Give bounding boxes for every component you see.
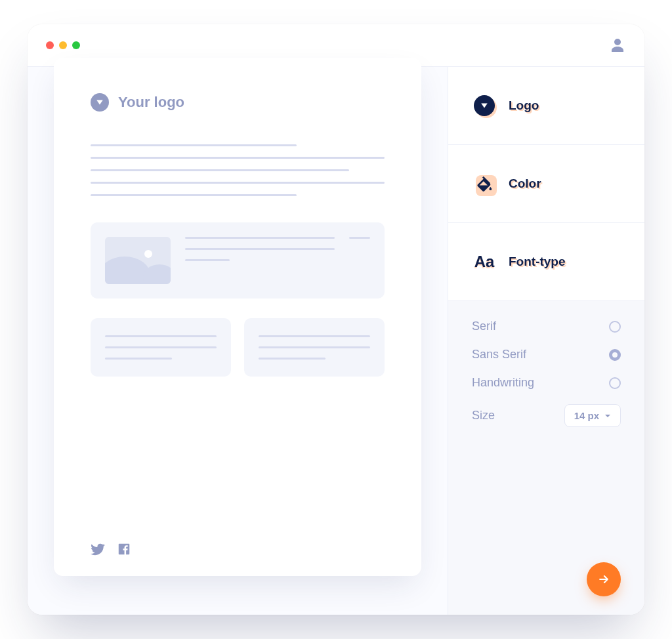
image-placeholder-icon (105, 237, 171, 284)
arrow-right-icon (597, 573, 610, 586)
chevron-down-icon (604, 413, 611, 419)
font-size-select[interactable]: 14 px (564, 404, 621, 427)
section-color-label: Color (509, 176, 541, 191)
section-logo-label: Logo (509, 98, 539, 113)
close-window-button[interactable] (46, 41, 54, 49)
font-option-sans-serif[interactable]: Sans Serif (472, 348, 621, 361)
minimize-window-button[interactable] (59, 41, 67, 49)
radio-handwriting[interactable] (609, 377, 621, 389)
radio-sans-serif[interactable] (609, 349, 621, 361)
logo-placeholder-row[interactable]: Your logo (91, 93, 385, 112)
settings-panel: Logo Color Aa Aa Font-type (448, 66, 644, 615)
twitter-icon[interactable] (91, 542, 105, 559)
paint-bucket-icon (474, 174, 494, 194)
color-section-icon (472, 171, 497, 196)
user-icon (610, 37, 625, 53)
section-font-label: Font-type (509, 255, 566, 269)
font-option-serif[interactable]: Serif (472, 320, 621, 333)
logo-section-icon (472, 93, 497, 118)
section-logo[interactable]: Logo (448, 66, 644, 144)
next-button[interactable] (587, 562, 621, 596)
media-block-placeholder (91, 222, 385, 299)
logo-placeholder-text: Your logo (118, 94, 184, 111)
traffic-lights (46, 41, 80, 49)
section-color[interactable]: Color (448, 144, 644, 222)
email-preview-card: Your logo (54, 58, 421, 576)
section-font[interactable]: Aa Aa Font-type (448, 222, 644, 300)
social-links-row (91, 542, 131, 559)
font-section-icon: Aa Aa (472, 249, 497, 274)
paragraph-placeholder (91, 144, 385, 196)
two-column-placeholder (91, 318, 385, 377)
maximize-window-button[interactable] (72, 41, 80, 49)
size-label: Size (472, 409, 495, 423)
preview-pane: Your logo (28, 66, 448, 615)
facebook-icon[interactable] (117, 542, 131, 559)
app-window: Your logo (28, 24, 644, 615)
account-button[interactable] (609, 37, 626, 54)
logo-badge-icon (91, 93, 109, 112)
radio-serif[interactable] (609, 321, 621, 333)
font-options-panel: Serif Sans Serif Handwriting Size 14 px (448, 300, 644, 615)
font-option-handwriting[interactable]: Handwriting (472, 376, 621, 390)
